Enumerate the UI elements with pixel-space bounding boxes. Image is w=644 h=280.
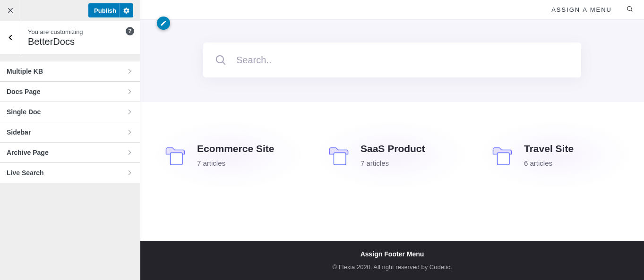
section-pretitle: You are customizing xyxy=(28,28,133,35)
menu-item-label: Single Doc xyxy=(7,108,41,116)
chevron-right-icon xyxy=(126,169,133,177)
card-subtitle: 7 articles xyxy=(361,159,425,167)
menu-item-label: Live Search xyxy=(7,169,44,177)
site-header: ASSIGN A MENU xyxy=(140,0,644,20)
menu-item-label: Multiple KB xyxy=(7,68,43,75)
close-icon xyxy=(7,7,14,14)
chevron-right-icon xyxy=(126,108,133,116)
menu-item-sidebar[interactable]: Sidebar xyxy=(0,122,140,143)
category-card[interactable]: SaaS Product 7 articles xyxy=(319,122,465,188)
svg-point-2 xyxy=(627,6,632,10)
category-card[interactable]: Travel Site 6 articles xyxy=(482,122,629,188)
card-title: SaaS Product xyxy=(361,143,425,154)
chevron-right-icon xyxy=(126,68,133,75)
card-title: Travel Site xyxy=(524,143,574,154)
menu-item-docs-page[interactable]: Docs Page xyxy=(0,82,140,102)
menu-item-archive-page[interactable]: Archive Page xyxy=(0,143,140,163)
svg-point-4 xyxy=(216,56,223,63)
customizer-titlebar: You are customizing BetterDocs ? xyxy=(0,21,140,54)
customizer-topbar: Publish xyxy=(0,0,140,21)
folder-doc-icon xyxy=(164,144,187,166)
edit-shortcut-button[interactable] xyxy=(157,17,170,30)
site-footer: Assign Footer Menu © Flexia 2020. All ri… xyxy=(140,241,644,280)
customizer-menu: Multiple KB Docs Page Single Doc Sidebar… xyxy=(0,61,140,183)
customizer-sidebar: Publish You are customizing BetterDocs ?… xyxy=(0,0,140,280)
menu-item-multiple-kb[interactable]: Multiple KB xyxy=(0,61,140,82)
assign-menu-link[interactable]: ASSIGN A MENU xyxy=(551,6,612,13)
chevron-right-icon xyxy=(126,149,133,156)
copyright-text: © Flexia 2020. All right reserved by Cod… xyxy=(140,263,644,271)
section-title: BetterDocs xyxy=(28,36,133,47)
svg-line-5 xyxy=(223,62,225,65)
menu-item-label: Sidebar xyxy=(7,128,31,136)
back-button[interactable] xyxy=(0,21,21,54)
menu-item-single-doc[interactable]: Single Doc xyxy=(0,102,140,122)
search-placeholder: Search.. xyxy=(236,55,271,66)
preview-pane: ASSIGN A MENU Search.. Ecommerce Site 7 … xyxy=(140,0,644,280)
folder-doc-icon xyxy=(491,144,514,166)
help-button[interactable]: ? xyxy=(126,27,134,35)
card-subtitle: 6 articles xyxy=(524,159,574,167)
gear-icon xyxy=(123,7,130,14)
menu-item-label: Archive Page xyxy=(7,149,49,156)
menu-item-label: Docs Page xyxy=(7,88,41,95)
category-cards: Ecommerce Site 7 articles SaaS Product 7… xyxy=(140,102,644,241)
publish-settings-button[interactable] xyxy=(119,3,133,17)
pencil-icon xyxy=(160,20,167,26)
docs-search-input[interactable]: Search.. xyxy=(203,42,581,77)
chevron-left-icon xyxy=(7,34,15,42)
card-title: Ecommerce Site xyxy=(197,143,274,154)
card-subtitle: 7 articles xyxy=(197,159,274,167)
header-search-button[interactable] xyxy=(626,5,634,15)
publish-label: Publish xyxy=(94,7,119,14)
docs-search-section: Search.. xyxy=(140,20,644,102)
close-customizer-button[interactable] xyxy=(0,0,21,21)
publish-button[interactable]: Publish xyxy=(88,3,133,17)
assign-footer-menu-link[interactable]: Assign Footer Menu xyxy=(140,250,644,258)
menu-item-live-search[interactable]: Live Search xyxy=(0,163,140,183)
svg-line-3 xyxy=(631,10,632,11)
chevron-right-icon xyxy=(126,128,133,136)
search-icon xyxy=(626,5,634,13)
search-icon xyxy=(215,54,227,66)
category-card[interactable]: Ecommerce Site 7 articles xyxy=(155,122,302,188)
folder-doc-icon xyxy=(327,144,350,166)
chevron-right-icon xyxy=(126,88,133,95)
